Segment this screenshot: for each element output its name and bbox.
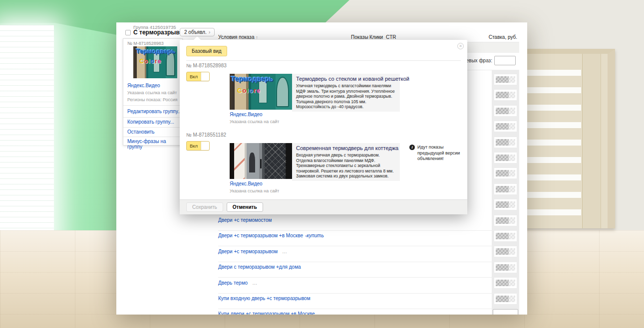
keyword-row: Купи двери +с терморазрывом +в Москве xyxy=(218,309,492,315)
col-header-impressions[interactable]: Показы xyxy=(351,34,368,40)
keyword-row: Двери +с термомостом xyxy=(218,215,492,231)
group-checkbox[interactable] xyxy=(125,30,131,35)
card-link-note: Указана ссылка на сайт xyxy=(127,90,177,95)
bid-value-censored[interactable] xyxy=(494,278,517,288)
keyword-ellipsis-icon[interactable]: … xyxy=(252,280,258,286)
keyword-link[interactable]: Двери +с терморазрывом xyxy=(218,249,278,254)
keyword-link[interactable]: Купи входную дверь +с терморазрывом xyxy=(218,296,311,301)
keyword-row: Купи входную дверь +с терморазрывом xyxy=(218,293,492,309)
ad2-preview-text: Современная термодверь для коттеджа Вход… xyxy=(292,143,400,181)
bid-value-censored[interactable] xyxy=(494,106,517,116)
col-header-clicks[interactable]: Клики xyxy=(369,34,383,40)
ad1-title: Термодверь со стеклом и кованой решеткой xyxy=(296,76,396,82)
ad2-id: № M-8718551182 xyxy=(186,132,226,138)
bid-value-censored[interactable] xyxy=(494,215,517,226)
ads-count-button[interactable]: 2 объявл. › xyxy=(180,28,215,36)
bid-value-censored[interactable] xyxy=(494,153,517,163)
keyword-link[interactable]: Двери +с термомостом xyxy=(218,217,272,223)
keyword-link[interactable]: Купи двери +с терморазрывом +в Москве xyxy=(218,311,315,315)
keyword-row: Двери с терморазрывом +для дома xyxy=(218,262,492,278)
bid-value-censored[interactable] xyxy=(494,184,517,194)
bid-value-censored[interactable] xyxy=(494,168,517,178)
keyword-link[interactable]: Двери +с терморазрывом +в Москве xyxy=(218,233,303,238)
group-preview-card: № M-8718528983 Термодверь Colore Яндекс.… xyxy=(123,38,183,146)
info-icon: i xyxy=(409,145,415,150)
bid-value-censored[interactable] xyxy=(494,90,517,100)
screen: Группа 4125019735 С терморазрывом 2 объя… xyxy=(0,0,644,328)
card-regions: Регионы показа: Россия xyxy=(127,97,177,102)
direct-campaign-panel: Группа 4125019735 С терморазрывом 2 объя… xyxy=(116,22,527,315)
keyword-row: Дверь термо… xyxy=(218,278,492,294)
col-header-conditions[interactable]: Условия показа ↑ xyxy=(218,34,258,40)
bid-value-censored[interactable] xyxy=(494,137,517,148)
bid-value-censored[interactable] xyxy=(494,199,517,210)
bid-value-censored[interactable] xyxy=(494,262,517,273)
modal-footer: Сохранить Отменить xyxy=(180,199,467,214)
phrase-filter-input[interactable] xyxy=(494,56,516,65)
bid-value-censored[interactable] xyxy=(494,294,517,304)
ad1-toggle-on[interactable]: Вкл xyxy=(186,72,210,81)
previous-version-notice: i Идут показы предыдущей версии объявлен… xyxy=(409,145,461,162)
col-header-bid[interactable]: Ставка, руб. xyxy=(489,34,517,40)
card-ad-id: № M-8718528983 xyxy=(127,41,164,46)
bid-value-censored[interactable] xyxy=(494,74,517,85)
ad2-toggle-on[interactable]: Вкл xyxy=(186,141,210,151)
keyword-link[interactable]: Двери с терморазрывом +для дома xyxy=(218,264,301,270)
door-glass-stripes xyxy=(526,70,581,220)
card-source-link[interactable]: Яндекс.Видео xyxy=(127,83,160,88)
ad2-link-note: Указана ссылка на сайт xyxy=(230,188,279,193)
keyword-link[interactable]: Дверь термо xyxy=(218,280,248,286)
ads-edit-modal: ✕ Базовый вид № M-8718528983 Вкл Термодв… xyxy=(180,40,467,214)
keyword-row: Двери +с терморазрывом… xyxy=(218,246,492,262)
ad1-preview-text: Термодверь со стеклом и кованой решеткой… xyxy=(292,74,400,112)
bid-value-censored[interactable] xyxy=(494,121,517,132)
ad1-link-note: Указана ссылка на сайт xyxy=(230,119,279,124)
ad-thumbnail: Термодверь Colore xyxy=(133,46,177,78)
creative-colore-text: Colore xyxy=(237,87,261,94)
bid-value-censored[interactable] xyxy=(494,246,517,257)
save-button[interactable]: Сохранить xyxy=(186,202,223,212)
ad1-id: № M-8718528983 xyxy=(186,63,227,68)
ad2-source-link[interactable]: Яндекс.Видео xyxy=(230,181,263,186)
ad1-source-link[interactable]: Яндекс.Видео xyxy=(230,112,263,117)
action-minus-phrases[interactable]: Минус-фразы на группу xyxy=(127,139,182,150)
keyword-ellipsis-icon[interactable]: … xyxy=(282,249,288,254)
door-stile xyxy=(582,54,601,228)
room-ceiling xyxy=(0,0,349,23)
keyword-negative: -купить xyxy=(305,233,324,238)
col-header-ctr[interactable]: CTR xyxy=(386,34,396,40)
chevron-right-icon: › xyxy=(209,29,211,35)
ad2-image xyxy=(230,143,292,179)
ad1-image: Термодверь Colore xyxy=(230,74,292,110)
creative-colore-text: Colore xyxy=(139,58,161,65)
close-icon[interactable]: ✕ xyxy=(457,43,464,49)
ad1-description: Уличная термодверь с влагостойкими панел… xyxy=(296,83,396,110)
action-edit-group[interactable]: Редактировать группу... xyxy=(127,109,182,114)
room-window-blinds xyxy=(0,25,54,244)
ad2-title: Современная термодверь для коттеджа xyxy=(296,145,396,152)
bid-value-censored[interactable] xyxy=(494,231,517,241)
action-copy-group[interactable]: Копировать группу... xyxy=(127,119,174,125)
sort-asc-icon: ↑ xyxy=(256,35,258,40)
bid-column xyxy=(492,70,519,315)
keyword-row: Двери +с терморазрывом +в Москве-купить xyxy=(218,230,492,246)
bid-input[interactable] xyxy=(493,309,518,315)
room-interior-door xyxy=(522,49,615,228)
base-view-button[interactable]: Базовый вид xyxy=(186,46,227,56)
creative-brand-text: Термодверь xyxy=(135,47,177,55)
cancel-button[interactable]: Отменить xyxy=(227,202,263,212)
action-stop-group[interactable]: Остановить xyxy=(127,129,155,135)
ad2-description: Входная уличная дверь с терморазрывом. О… xyxy=(296,153,396,179)
